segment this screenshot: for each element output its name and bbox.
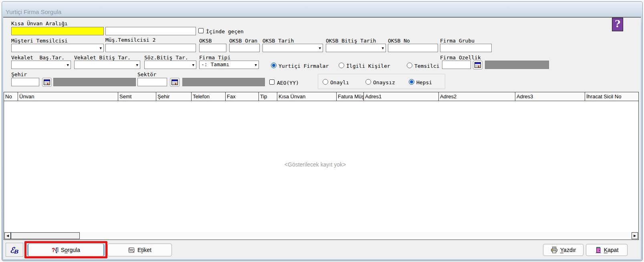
oksb-bitis-tarih-combo[interactable]: ▼ xyxy=(326,44,386,52)
scrollbar-right-arrow-icon[interactable]: ▶ xyxy=(632,232,638,239)
column-header-semt[interactable]: Semt xyxy=(118,92,156,101)
column-header-sehir[interactable]: Şehir xyxy=(156,92,192,101)
column-header-tip[interactable]: Tip xyxy=(259,92,277,101)
column-header-fatura-must[interactable]: Fatura Müşt xyxy=(337,92,364,101)
sehir-input[interactable] xyxy=(11,78,39,86)
oksb-tarih-label: OKSB Tarih xyxy=(262,38,294,44)
scrollbar-thumb[interactable] xyxy=(11,232,80,239)
kisa-unvan-from-input[interactable] xyxy=(11,27,104,35)
firma-ozellik-input[interactable] xyxy=(442,61,471,69)
etiket-label: Etiket xyxy=(137,247,151,253)
column-header-unvan[interactable]: Ünvan xyxy=(18,92,118,101)
chevron-down-icon: ▼ xyxy=(382,46,384,50)
radio-ilgili-kisiler[interactable] xyxy=(339,63,344,68)
firma-ozellik-lookup-button[interactable] xyxy=(473,61,482,69)
soz-bitis-tar-label: Söz.Bitiş Tar. xyxy=(144,55,188,61)
column-header-adres3[interactable]: Adres3 xyxy=(515,92,585,101)
icinde-gecen-checkbox[interactable] xyxy=(198,28,204,33)
kapat-label: Kapat xyxy=(604,247,619,253)
column-header-fax[interactable]: Fax xyxy=(226,92,259,101)
radio-yurtici-firmalar-label[interactable]: Yurtiçi Firmalar xyxy=(279,63,329,69)
sehir-display-field xyxy=(53,78,136,86)
firma-tipi-label: Firma Tipi xyxy=(199,55,230,61)
column-header-ihracat-sicil-no[interactable]: İhracat Sicil No xyxy=(585,92,638,101)
kapat-button[interactable]: Kapat xyxy=(586,244,628,256)
radio-onayli-label[interactable]: Onaylı xyxy=(330,79,349,85)
soz-bitis-tar-combo[interactable]: ▼ xyxy=(144,61,196,69)
radio-temsilci[interactable] xyxy=(407,63,412,68)
scrollbar-track[interactable] xyxy=(80,232,632,239)
aeo-checkbox[interactable] xyxy=(269,79,275,85)
firma-grubu-label: Firma Grubu xyxy=(440,38,474,44)
sektor-input[interactable] xyxy=(137,78,167,86)
oksb-label: OKSB xyxy=(199,38,212,44)
firma-ozellik-label: Firma Ozellik xyxy=(440,55,481,61)
column-header-kisa-unvan[interactable]: Kısa Ünvan xyxy=(277,92,337,101)
radio-hepsi[interactable] xyxy=(409,79,414,85)
grid-header-row: No Ünvan Semt Şehir Telefon Fax Tip Kısa… xyxy=(4,92,638,101)
vekalet-bas-tar-label: Vekalet Baş.Tar. xyxy=(11,55,65,61)
oksb-no-input[interactable] xyxy=(388,44,438,52)
lookup-grid-icon xyxy=(44,79,50,85)
exit-door-icon xyxy=(595,247,602,254)
oksb-oran-label: OKSB Oran xyxy=(229,38,257,44)
oksb-input[interactable] xyxy=(199,44,226,52)
radio-onaysiz[interactable] xyxy=(365,79,371,85)
musteri-temsilcisi-combo[interactable]: ▼ xyxy=(11,44,104,52)
sehir-lookup-button[interactable] xyxy=(42,78,52,87)
lookup-grid-icon xyxy=(172,79,178,85)
firma-grubu-input[interactable] xyxy=(440,44,492,52)
icinde-gecen-label[interactable]: İçinde geçen xyxy=(206,28,244,35)
musteri-temsilcisi-label: Müşteri Temsilcisi xyxy=(11,38,68,44)
kisa-unvan-araligi-label: Kısa Ünvan Aralığı xyxy=(11,20,68,26)
aeo-label[interactable]: AEO(YY) xyxy=(277,80,299,86)
oksb-oran-input[interactable] xyxy=(229,44,260,52)
eb-logo-button[interactable]: ℰB xyxy=(6,243,23,257)
column-header-no[interactable]: No xyxy=(4,92,18,101)
etiket-button[interactable]: Etiket xyxy=(107,244,172,256)
empty-records-message: <Gösterilecek kayıt yok> xyxy=(4,161,626,168)
sorgula-label: Sorgula xyxy=(61,247,80,253)
column-header-adres1[interactable]: Adres1 xyxy=(364,92,439,101)
column-header-adres2[interactable]: Adres2 xyxy=(439,92,515,101)
radio-onayli[interactable] xyxy=(323,79,328,85)
vekalet-bitis-tar-combo[interactable]: ▼ xyxy=(74,61,140,69)
radio-hepsi-label[interactable]: Hepsi xyxy=(416,79,432,85)
sektor-lookup-button[interactable] xyxy=(170,78,180,87)
oksb-no-label: OKSB No xyxy=(388,38,410,44)
eb-logo-sub: B xyxy=(14,249,18,255)
mus-temsilcisi-2-input[interactable] xyxy=(105,44,196,52)
kisa-unvan-to-input[interactable] xyxy=(105,27,196,35)
lookup-grid-icon xyxy=(474,62,481,68)
chevron-down-icon: ▼ xyxy=(255,63,257,67)
sektor-display-field xyxy=(182,78,265,86)
radio-yurtici-firmalar[interactable] xyxy=(271,63,277,68)
horizontal-scrollbar[interactable]: ◀ ▶ xyxy=(4,232,638,239)
help-icon[interactable]: ? xyxy=(612,18,623,31)
scrollbar-left-arrow-icon[interactable]: ◀ xyxy=(4,232,11,239)
grid-body: <Gösterilecek kayıt yok> xyxy=(4,101,638,232)
yazdir-button[interactable]: Yazdır xyxy=(543,244,583,256)
yazdir-label: Yazdır xyxy=(560,247,576,253)
column-header-telefon[interactable]: Telefon xyxy=(192,92,226,101)
firma-tipi-value: -: Tamamı xyxy=(201,61,229,67)
chevron-down-icon: ▼ xyxy=(67,63,69,67)
sehir-label: Şehir xyxy=(11,71,27,77)
printer-icon xyxy=(551,247,558,253)
oksb-tarih-combo[interactable]: ▼ xyxy=(262,44,323,52)
sektor-label: Sektör xyxy=(137,71,156,77)
chevron-down-icon: ▼ xyxy=(136,63,138,67)
radio-temsilci-label[interactable]: Temsilci xyxy=(414,63,440,69)
radio-ilgili-kisiler-label[interactable]: İlgili Kişiler xyxy=(346,63,390,69)
radio-onaysiz-label[interactable]: Onaysız xyxy=(373,79,395,85)
sorgula-icon: ?{⁞ xyxy=(52,247,59,253)
etiket-icon xyxy=(128,247,135,253)
results-grid: No Ünvan Semt Şehir Telefon Fax Tip Kısa… xyxy=(4,92,639,240)
oksb-bitis-tarih-label: OKSB Bitiş Tarih xyxy=(326,38,376,44)
vekalet-bas-tar-combo[interactable]: ▼ xyxy=(11,61,71,69)
window-title[interactable]: Yurtiçi Firma Sorgula xyxy=(6,8,61,15)
chevron-down-icon: ▼ xyxy=(192,63,194,67)
chevron-down-icon: ▼ xyxy=(100,46,102,50)
firma-tipi-combo[interactable]: -: Tamamı▼ xyxy=(199,61,259,69)
sorgula-button[interactable]: ?{⁞ Sorgula xyxy=(27,244,105,256)
